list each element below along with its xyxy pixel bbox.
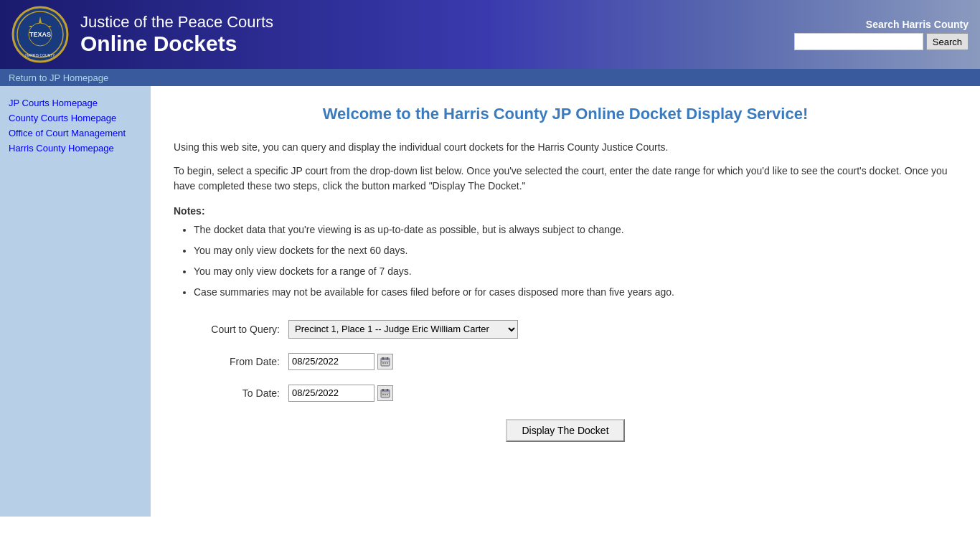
svg-rect-19 xyxy=(382,394,384,395)
sidebar-links: JP Courts HomepageCounty Courts Homepage… xyxy=(9,98,142,154)
court-query-row: Court to Query: Precinct 1, Place 1 -- J… xyxy=(174,320,957,339)
search-label: Search Harris County xyxy=(866,19,969,30)
notes-list: The docket data that you're viewing is a… xyxy=(194,222,957,300)
svg-text:TEXAS: TEXAS xyxy=(29,31,51,38)
search-input[interactable] xyxy=(794,33,923,50)
search-row: Search xyxy=(794,33,969,50)
display-docket-button[interactable]: Display The Docket xyxy=(506,419,624,442)
svg-rect-11 xyxy=(382,362,384,364)
form-section: Court to Query: Precinct 1, Place 1 -- J… xyxy=(174,320,957,442)
from-date-input-group xyxy=(288,353,393,370)
svg-rect-20 xyxy=(385,394,386,395)
display-button-row: Display The Docket xyxy=(174,419,957,442)
sidebar-link-county-courts[interactable]: County Courts Homepage xyxy=(9,113,142,123)
svg-rect-12 xyxy=(385,362,386,364)
court-select[interactable]: Precinct 1, Place 1 -- Judge Eric Willia… xyxy=(288,320,518,339)
intro-text: Using this web site, you can query and d… xyxy=(174,140,957,155)
note-item: You may only view dockets for a range of… xyxy=(194,264,957,279)
sidebar-link-harris-county[interactable]: Harris County Homepage xyxy=(9,143,142,154)
notes-label: Notes: xyxy=(174,205,957,217)
svg-rect-13 xyxy=(387,362,388,364)
from-date-label: From Date: xyxy=(174,356,288,367)
header-title-bottom: Online Dockets xyxy=(80,32,794,56)
navbar: Return to JP Homepage xyxy=(0,69,980,86)
sidebar-link-court-mgmt[interactable]: Office of Court Management xyxy=(9,128,142,138)
from-date-input[interactable] xyxy=(288,353,374,370)
from-date-calendar-icon[interactable] xyxy=(377,354,393,369)
note-item: The docket data that you're viewing is a… xyxy=(194,222,957,237)
note-item: You may only view dockets for the next 6… xyxy=(194,243,957,258)
instructions-text: To begin, select a specific JP court fro… xyxy=(174,164,957,194)
to-date-row: To Date: xyxy=(174,385,957,402)
svg-rect-15 xyxy=(381,390,390,392)
svg-rect-21 xyxy=(387,394,388,395)
harris-county-seal: TEXAS HARRIS COUNTY xyxy=(11,6,69,63)
from-date-row: From Date: xyxy=(174,353,957,370)
svg-rect-7 xyxy=(381,358,390,360)
to-date-input-group xyxy=(288,385,393,402)
header-text: Justice of the Peace Courts Online Docke… xyxy=(80,13,794,56)
content-area: Welcome to the Harris County JP Online D… xyxy=(151,86,980,517)
to-date-input[interactable] xyxy=(288,385,374,402)
header-search: Search Harris County Search xyxy=(794,19,969,50)
court-label: Court to Query: xyxy=(174,324,288,335)
to-date-calendar-icon[interactable] xyxy=(377,385,393,401)
sidebar-link-jp-courts[interactable]: JP Courts Homepage xyxy=(9,98,142,108)
header-title-top: Justice of the Peace Courts xyxy=(80,13,794,32)
to-date-label: To Date: xyxy=(174,387,288,399)
return-to-jp-link[interactable]: Return to JP Homepage xyxy=(9,72,108,83)
search-button[interactable]: Search xyxy=(926,33,969,50)
note-item: Case summaries may not be available for … xyxy=(194,285,957,300)
sidebar: JP Courts HomepageCounty Courts Homepage… xyxy=(0,86,151,517)
main-layout: JP Courts HomepageCounty Courts Homepage… xyxy=(0,86,980,517)
page-heading: Welcome to the Harris County JP Online D… xyxy=(174,103,957,126)
svg-text:HARRIS COUNTY: HARRIS COUNTY xyxy=(25,53,55,57)
court-input-group: Precinct 1, Place 1 -- Judge Eric Willia… xyxy=(288,320,518,339)
header: TEXAS HARRIS COUNTY Justice of the Peace… xyxy=(0,0,980,69)
